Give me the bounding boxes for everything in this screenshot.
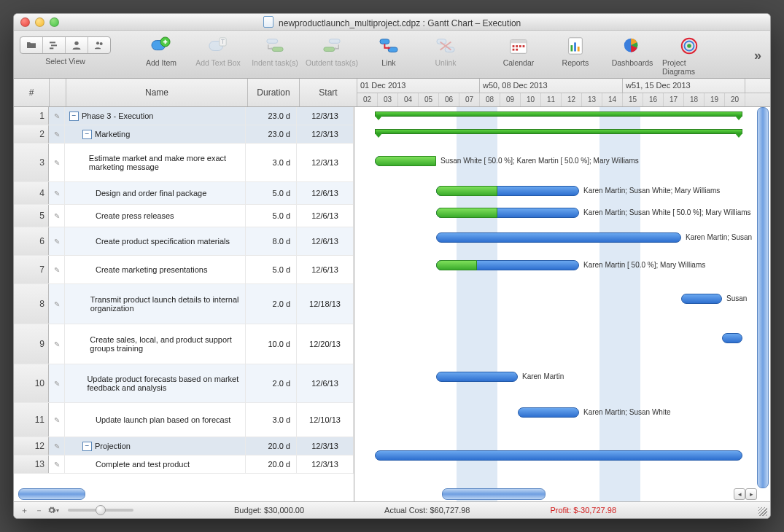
row-name[interactable]: −Phase 3 - Execution [65, 107, 246, 125]
table-row[interactable]: 2✎−Marketing23.0 d12/3/13 [14, 125, 354, 144]
row-duration[interactable]: 8.0 d [246, 227, 297, 255]
row-duration[interactable]: 20.0 d [246, 455, 297, 473]
table-row[interactable]: 8✎Transmit product launch details to int… [14, 284, 354, 324]
col-start[interactable]: Start [300, 79, 357, 106]
zoom-knob[interactable] [96, 505, 106, 515]
row-name[interactable]: Update product forecasts based on market… [65, 364, 246, 402]
gantt-summary-bar[interactable] [375, 129, 742, 134]
view-segmented[interactable] [20, 36, 111, 54]
disclosure-icon[interactable]: − [82, 130, 92, 139]
minimize-icon[interactable] [35, 17, 44, 27]
toolbar-link[interactable]: Link [362, 34, 416, 76]
add-button[interactable]: ＋ [18, 504, 30, 516]
row-start[interactable]: 12/6/13 [297, 256, 354, 283]
row-note-icon[interactable]: ✎ [49, 455, 65, 473]
gantt-summary-bar[interactable] [375, 112, 742, 117]
row-note-icon[interactable]: ✎ [49, 364, 65, 402]
gantt-pane[interactable]: Susan White [ 50.0 %]; Karen Martin [ 50… [354, 107, 770, 501]
row-duration[interactable]: 2.0 d [246, 284, 297, 324]
horizontal-scrollbar-right[interactable] [442, 488, 546, 500]
view-gantt-icon[interactable] [43, 37, 66, 53]
row-note-icon[interactable]: ✎ [49, 437, 65, 455]
row-note-icon[interactable]: ✎ [49, 284, 65, 324]
row-name[interactable]: Estimate market and make more exact mark… [65, 144, 246, 181]
toolbar-add-item[interactable]: Add Item [134, 34, 188, 76]
row-start[interactable]: 12/6/13 [297, 182, 354, 204]
row-start[interactable]: 12/3/13 [297, 125, 354, 143]
row-duration[interactable]: 2.0 d [246, 364, 297, 402]
row-name[interactable]: Update launch plan based on forecast [65, 403, 246, 437]
gear-icon[interactable]: ▾ [47, 504, 59, 516]
toolbar-calendar[interactable]: Calendar [492, 34, 546, 76]
table-row[interactable]: 4✎Design and order final package5.0 d12/… [14, 182, 354, 205]
row-note-icon[interactable]: ✎ [49, 205, 65, 227]
row-note-icon[interactable]: ✎ [49, 227, 65, 255]
row-start[interactable]: 12/3/13 [297, 455, 354, 473]
row-note-icon[interactable]: ✎ [49, 144, 65, 181]
table-row[interactable]: 3✎Estimate market and make more exact ma… [14, 144, 354, 182]
toolbar-dashboards[interactable]: Dashboards [605, 34, 659, 76]
row-duration[interactable]: 5.0 d [246, 256, 297, 283]
row-note-icon[interactable]: ✎ [49, 125, 65, 143]
row-name[interactable]: Create sales, local, and product support… [65, 324, 246, 364]
gantt-task-bar[interactable] [681, 294, 722, 304]
gantt-task-bar[interactable] [722, 333, 742, 343]
row-start[interactable]: 12/10/13 [297, 403, 354, 437]
row-name[interactable]: −Projection [65, 437, 246, 455]
row-duration[interactable]: 3.0 d [246, 144, 297, 181]
scroll-right-button[interactable]: ▸ [745, 488, 757, 500]
row-start[interactable]: 12/3/13 [297, 144, 354, 181]
row-start[interactable]: 12/3/13 [297, 437, 354, 455]
table-row[interactable]: 7✎Create marketing presentations5.0 d12/… [14, 256, 354, 284]
table-row[interactable]: 13✎Complete and test product20.0 d12/3/1… [14, 455, 354, 474]
horizontal-scrollbar-left[interactable] [18, 488, 85, 500]
row-name[interactable]: Transmit product launch details to inter… [65, 284, 246, 324]
row-duration[interactable]: 20.0 d [246, 437, 297, 455]
col-name[interactable]: Name [66, 79, 248, 106]
table-row[interactable]: 10✎Update product forecasts based on mar… [14, 364, 354, 403]
gantt-task-bar[interactable] [375, 450, 742, 461]
gantt-task-bar[interactable] [518, 407, 579, 418]
row-start[interactable]: 12/3/13 [297, 107, 354, 125]
close-icon[interactable] [20, 17, 30, 27]
table-row[interactable]: 9✎Create sales, local, and product suppo… [14, 324, 354, 364]
toolbar-reports[interactable]: Reports [548, 34, 602, 76]
disclosure-icon[interactable]: − [82, 442, 92, 451]
view-folder-icon[interactable] [20, 37, 43, 53]
col-notes[interactable] [50, 79, 66, 106]
row-note-icon[interactable]: ✎ [49, 107, 65, 125]
row-start[interactable]: 12/20/13 [297, 324, 354, 364]
toolbar-overflow-icon[interactable]: » [754, 48, 764, 63]
table-row[interactable]: 11✎Update launch plan based on forecast3… [14, 403, 354, 437]
scroll-left-button[interactable]: ◂ [734, 488, 745, 500]
row-start[interactable]: 12/6/13 [297, 227, 354, 255]
table-row[interactable]: 1✎−Phase 3 - Execution23.0 d12/3/13 [14, 107, 354, 125]
row-duration[interactable]: 23.0 d [246, 107, 297, 125]
row-duration[interactable]: 5.0 d [246, 205, 297, 227]
row-name[interactable]: Design and order final package [65, 182, 246, 204]
row-name[interactable]: Create product specification materials [65, 227, 246, 255]
row-name[interactable]: Create press releases [65, 205, 246, 227]
row-start[interactable]: 12/6/13 [297, 205, 354, 227]
disclosure-icon[interactable]: − [69, 112, 79, 121]
row-start[interactable]: 12/18/13 [297, 284, 354, 324]
row-duration[interactable]: 23.0 d [246, 125, 297, 143]
row-name[interactable]: Complete and test product [65, 455, 246, 473]
row-name[interactable]: Create marketing presentations [65, 256, 246, 283]
zoom-icon[interactable] [50, 17, 59, 27]
remove-button[interactable]: － [33, 504, 44, 516]
row-note-icon[interactable]: ✎ [49, 403, 65, 437]
row-note-icon[interactable]: ✎ [49, 256, 65, 283]
table-row[interactable]: 5✎Create press releases5.0 d12/6/13 [14, 205, 354, 227]
zoom-slider[interactable] [68, 509, 133, 512]
resize-handle-icon[interactable] [758, 507, 767, 516]
col-duration[interactable]: Duration [248, 79, 300, 106]
row-duration[interactable]: 5.0 d [246, 182, 297, 204]
toolbar-project-diagrams[interactable]: Project Diagrams [662, 34, 716, 76]
row-duration[interactable]: 10.0 d [246, 324, 297, 364]
row-duration[interactable]: 3.0 d [246, 403, 297, 437]
gantt-task-bar[interactable] [436, 232, 681, 243]
row-note-icon[interactable]: ✎ [49, 324, 65, 364]
table-row[interactable]: 6✎Create product specification materials… [14, 227, 354, 256]
view-group-icon[interactable] [88, 37, 110, 53]
